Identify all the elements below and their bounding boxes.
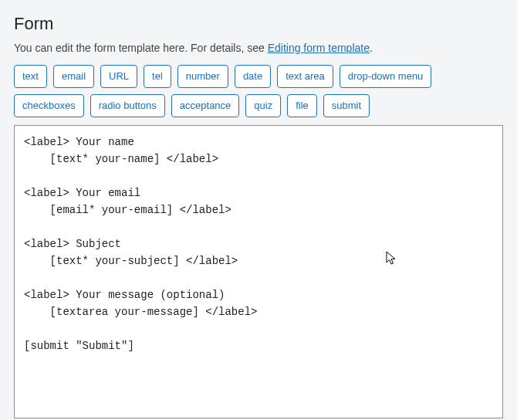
editing-template-link[interactable]: Editing form template [268,42,370,54]
desc-suffix: . [370,42,373,54]
tag-number-button[interactable]: number [177,65,228,88]
tag-file-button[interactable]: file [287,94,317,117]
tag-url-button[interactable]: URL [100,65,137,88]
tag-textarea-button[interactable]: text area [277,65,333,88]
form-template-editor[interactable] [14,125,503,418]
tag-text-button[interactable]: text [14,65,47,88]
tag-tel-button[interactable]: tel [144,65,171,88]
panel-description: You can edit the form template here. For… [14,42,503,54]
tag-acceptance-button[interactable]: acceptance [171,94,240,117]
tag-radio-button[interactable]: radio buttons [90,94,165,117]
tag-generator-bar: text email URL tel number date text area… [14,65,503,117]
tag-dropdown-button[interactable]: drop-down menu [340,65,432,88]
desc-prefix: You can edit the form template here. For… [14,42,268,54]
tag-date-button[interactable]: date [235,65,271,88]
panel-title: Form [14,14,503,34]
form-panel: Form You can edit the form template here… [0,0,517,420]
tag-email-button[interactable]: email [53,65,94,88]
tag-quiz-button[interactable]: quiz [245,94,281,117]
tag-checkboxes-button[interactable]: checkboxes [14,94,84,117]
tag-submit-button[interactable]: submit [323,94,370,117]
